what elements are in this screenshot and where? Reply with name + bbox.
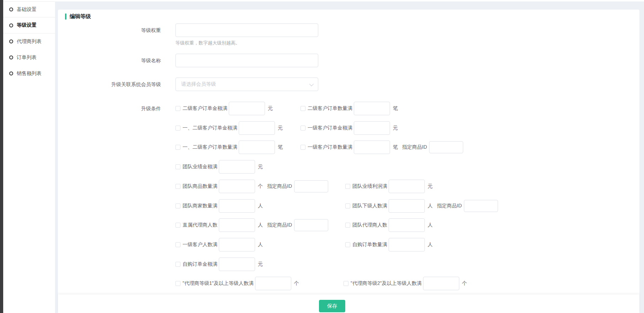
- condition-value-input[interactable]: [255, 277, 291, 290]
- footer-bar: 保存: [58, 295, 639, 313]
- product-id-label: 指定商品ID: [267, 183, 292, 190]
- condition-checkbox[interactable]: [175, 203, 180, 208]
- sidebar: 基础设置等级设置代理商列表订单列表销售额列表: [3, 0, 55, 313]
- condition-row: 团队商家数量满人团队下级人数满人指定商品ID: [175, 199, 498, 213]
- condition-row: 直属代理商人数人指定商品ID团队代理商人数人: [175, 218, 433, 232]
- condition-checkbox[interactable]: [301, 145, 305, 150]
- condition-unit: 人: [258, 203, 263, 209]
- condition-checkbox[interactable]: [345, 223, 350, 228]
- condition-value-input[interactable]: [354, 102, 390, 115]
- condition-label: "代理商等级1"及以上等级人数满: [183, 280, 254, 287]
- condition-checkbox[interactable]: [175, 106, 180, 111]
- circle-icon: [9, 55, 13, 59]
- condition-value-input[interactable]: [239, 121, 275, 135]
- condition-unit: 元: [393, 125, 398, 131]
- condition-unit: 个: [294, 280, 299, 287]
- chevron-down-icon: [309, 81, 314, 86]
- condition-value-input[interactable]: [389, 180, 425, 193]
- sidebar-item-label: 基础设置: [17, 6, 37, 13]
- sidebar-item-order-list[interactable]: 订单列表: [3, 49, 55, 65]
- level-name-input[interactable]: [175, 54, 318, 67]
- condition-value-input[interactable]: [239, 140, 275, 154]
- top-strip: [55, 0, 644, 1]
- condition-unit: 元: [258, 261, 263, 267]
- product-id-input[interactable]: [464, 200, 498, 212]
- save-button[interactable]: 保存: [319, 300, 345, 312]
- condition-label: 一、二级客户订单金额满: [183, 125, 237, 131]
- condition-checkbox[interactable]: [301, 126, 305, 131]
- condition-row: 团队商品数量满个指定商品ID团队业绩利润满元: [175, 180, 433, 193]
- product-id-input[interactable]: [294, 219, 328, 231]
- condition-unit: 元: [428, 183, 433, 190]
- condition-unit: 笔: [393, 144, 398, 150]
- condition-checkbox[interactable]: [343, 281, 348, 286]
- condition-row: 自购订单金额满元: [175, 258, 263, 271]
- condition-value-input[interactable]: [219, 218, 255, 232]
- condition-checkbox[interactable]: [175, 223, 180, 228]
- level-name-label: 等级名称: [72, 54, 161, 67]
- level-weight-hint: 等级权重，数字越大级别越高。: [175, 40, 240, 46]
- condition-label: 团队商家数量满: [183, 203, 217, 209]
- main-panel: 编辑等级 等级权重 等级权重，数字越大级别越高。 等级名称 升级关联系统会员等级…: [58, 10, 639, 295]
- circle-icon: [9, 71, 13, 75]
- condition-row: 二级客户订单金额满元二级客户订单数量满笔: [175, 102, 398, 115]
- sidebar-item-level-settings[interactable]: 等级设置: [3, 17, 55, 33]
- condition-unit: 元: [278, 125, 283, 131]
- level-weight-input[interactable]: [175, 23, 318, 37]
- product-id-label: 指定商品ID: [267, 222, 292, 228]
- product-id-input[interactable]: [429, 141, 463, 153]
- condition-label: 团队业绩金额满: [183, 164, 217, 170]
- condition-checkbox[interactable]: [175, 126, 180, 131]
- condition-checkbox[interactable]: [345, 242, 350, 247]
- condition-label: 二级客户订单金额满: [183, 105, 227, 112]
- condition-unit: 人: [258, 242, 263, 248]
- condition-checkbox[interactable]: [175, 145, 180, 150]
- condition-label: 一级客户人数满: [183, 242, 217, 248]
- level-weight-label: 等级权重: [72, 23, 161, 37]
- condition-label: 直属代理商人数: [183, 222, 217, 228]
- condition-value-input[interactable]: [354, 140, 390, 154]
- condition-checkbox[interactable]: [345, 184, 350, 189]
- circle-icon: [9, 39, 13, 43]
- condition-label: 团队下级人数满: [352, 203, 387, 209]
- condition-value-input[interactable]: [219, 160, 255, 174]
- section-accent-bar: [65, 14, 66, 20]
- condition-checkbox[interactable]: [175, 184, 180, 189]
- product-id-input[interactable]: [294, 180, 328, 192]
- condition-label: 团队代理商人数: [352, 222, 387, 228]
- member-level-select[interactable]: 请选择会员等级: [175, 78, 318, 91]
- condition-unit: 人: [428, 222, 433, 228]
- condition-label: "代理商等级2"及以上等级人数满: [351, 280, 422, 287]
- condition-value-input[interactable]: [229, 102, 265, 115]
- condition-value-input[interactable]: [389, 218, 425, 232]
- condition-checkbox[interactable]: [175, 164, 180, 169]
- condition-unit: 个: [462, 280, 467, 287]
- member-level-label: 升级关联系统会员等级: [72, 78, 161, 91]
- condition-value-input[interactable]: [219, 180, 255, 193]
- condition-value-input[interactable]: [219, 238, 255, 251]
- condition-unit: 人: [428, 203, 433, 209]
- condition-label: 二级客户订单数量满: [308, 105, 352, 112]
- condition-value-input[interactable]: [389, 238, 425, 251]
- page-title: 编辑等级: [70, 13, 91, 20]
- condition-checkbox[interactable]: [301, 106, 305, 111]
- window-edge-strip: [0, 0, 3, 313]
- sidebar-item-agent-list[interactable]: 代理商列表: [3, 33, 55, 49]
- condition-value-input[interactable]: [423, 277, 459, 290]
- condition-value-input[interactable]: [219, 199, 255, 213]
- condition-value-input[interactable]: [219, 258, 255, 271]
- condition-checkbox[interactable]: [175, 242, 180, 247]
- condition-label: 自购订单金额满: [183, 261, 217, 267]
- sidebar-item-label: 代理商列表: [17, 38, 42, 45]
- condition-value-input[interactable]: [354, 121, 390, 135]
- circle-icon: [9, 23, 13, 27]
- condition-checkbox[interactable]: [175, 281, 180, 286]
- condition-checkbox[interactable]: [175, 262, 180, 267]
- sidebar-item-sales-list[interactable]: 销售额列表: [3, 65, 55, 81]
- condition-label: 一级客户订单金额满: [308, 125, 352, 131]
- condition-label: 一级客户订单数量满: [308, 144, 352, 150]
- sidebar-item-basic-settings[interactable]: 基础设置: [3, 1, 55, 17]
- condition-checkbox[interactable]: [345, 203, 350, 208]
- condition-value-input[interactable]: [389, 199, 425, 213]
- condition-label: 一、二级客户订单数量满: [183, 144, 237, 150]
